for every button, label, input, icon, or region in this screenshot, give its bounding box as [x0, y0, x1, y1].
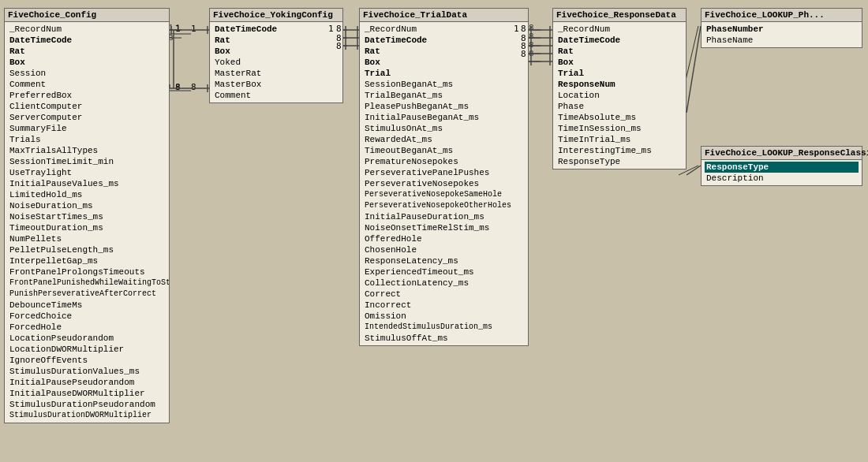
field-stimulusoffat: StimulusOffAt_ms: [363, 333, 525, 344]
table-header-trial: FiveChoice_TrialData: [360, 9, 528, 22]
field-prematurenosepokes: PrematureNosepokes: [363, 156, 525, 167]
field-chosenhole: ChosenHole: [363, 244, 525, 255]
cardinality-1b: 1: [191, 24, 196, 34]
cardinality-8e: 8: [336, 41, 342, 51]
field-frontpanelpunished: FrontPanelPunishedWhileWaitingToStart: [8, 278, 166, 289]
field-initialpausevalues: InitialPauseValues_ms: [8, 178, 166, 189]
table-responsedata: FiveChoice_ResponseData _RecordNum DateT…: [552, 8, 687, 170]
field-location: Location: [556, 90, 683, 101]
field-box-yoking: Box: [213, 46, 339, 57]
field-rat-trial: Rat: [363, 46, 525, 57]
field-rat-response: Rat: [556, 46, 683, 57]
field-noiseonsettime: NoiseOnsetTimeRelStim_ms: [363, 222, 525, 233]
field-recordnum-config: _RecordNum: [8, 24, 166, 35]
field-pleasepushbeganat: PleasePushBeganAt_ms: [363, 101, 525, 112]
table-header-config: FiveChoice_Config: [5, 9, 169, 22]
field-interestingtime: InterestingTime_ms: [556, 145, 683, 156]
field-omission: Omission: [363, 311, 525, 322]
field-timeintrial: TimeInTrial_ms: [556, 134, 683, 145]
field-stimdurationvalues: StimulusDurationValues_ms: [8, 366, 166, 377]
field-initialpausepseudo: InitialPausePseudorandom: [8, 377, 166, 388]
field-datetimecode-response: DateTimeCode: [556, 35, 683, 46]
field-stimdurationpseudo: StimulusDurationPseudorandom: [8, 399, 166, 410]
svg-line-35: [687, 166, 701, 175]
cardinality-1d: 1: [514, 24, 519, 34]
field-responsetype-response: ResponseType: [556, 156, 683, 167]
table-fivechoice-config: FiveChoice_Config _RecordNum DateTimeCod…: [4, 8, 170, 423]
field-sessiontimelimit: SessionTimeLimit_min: [8, 156, 166, 167]
field-timeoutduration: TimeoutDuration_ms: [8, 222, 166, 233]
field-timeoutbeganat: TimeoutBeganAt_ms: [363, 145, 525, 156]
table-lookup-responseclassif: FiveChoice_LOOKUP_ResponseClassif... Res…: [701, 146, 862, 186]
field-numpellets: NumPellets: [8, 233, 166, 244]
field-interpelletgap: InterpelletGap_ms: [8, 255, 166, 266]
field-datetimecode-config: DateTimeCode: [8, 35, 166, 46]
field-session-config: Session: [8, 68, 166, 79]
field-maxtrialsalltypes: MaxTrialsAllTypes: [8, 145, 166, 156]
field-comment-config: Comment: [8, 79, 166, 90]
rel-label-8i: 8: [529, 49, 534, 58]
field-collectionlatency: CollectionLatency_ms: [363, 278, 525, 289]
field-stimdurationdwor: StimulusDurationDWORMultiplier: [8, 410, 166, 421]
field-debouncetime: DebounceTimeMs: [8, 300, 166, 311]
cardinality-8a: 8: [175, 82, 181, 92]
field-box-response: Box: [556, 57, 683, 68]
table-fields-response: _RecordNum DateTimeCode Rat Box Trial Re…: [553, 22, 686, 169]
table-fields-lookup-ph: PhaseNumber PhaseName: [702, 22, 862, 47]
field-pelletpulselength: PelletPulseLength_ms: [8, 244, 166, 255]
field-persevnosepokesamhole: PerseverativeNosepokeSameHole: [363, 189, 525, 200]
field-yoked: Yoked: [213, 57, 339, 68]
field-incorrect: Incorrect: [363, 300, 525, 311]
field-description: Description: [705, 173, 859, 184]
field-clientcomputer: ClientComputer: [8, 101, 166, 112]
table-header-lookup-rc: FiveChoice_LOOKUP_ResponseClassif...: [702, 147, 862, 160]
field-limitedhold: LimitedHold_ms: [8, 189, 166, 200]
field-recordnum-trial: _RecordNum: [363, 24, 525, 35]
field-stimulusonat: StimulusOnAt_ms: [363, 123, 525, 134]
cardinality-1c: 1: [328, 24, 334, 34]
field-phase: Phase: [556, 101, 683, 112]
field-recordnum-response: _RecordNum: [556, 24, 683, 35]
field-initialpausedwor: InitialPauseDWORMultiplier: [8, 388, 166, 399]
field-trials: Trials: [8, 134, 166, 145]
table-fields-config: _RecordNum DateTimeCode Rat Box Session …: [5, 22, 169, 423]
field-servercomputer: ServerComputer: [8, 112, 166, 123]
field-rewardedat: RewardedAt_ms: [363, 134, 525, 145]
table-fields-trial: _RecordNum DateTimeCode Rat Box Trial Se…: [360, 22, 528, 345]
field-persevnosepokes: PerseverativeNosepokes: [363, 178, 525, 189]
table-fields-yoking: DateTimeCode Rat Box Yoked MasterRat Mas…: [210, 22, 342, 102]
field-datetimecode-trial: DateTimeCode: [363, 35, 525, 46]
field-persevnosepokeothread: PerseverativeNosepokeOtherHoles: [363, 200, 525, 211]
field-initialpauseduration: InitialPauseDuration_ms: [363, 211, 525, 222]
table-header-yoking: FiveChoice_YokingConfig: [210, 9, 342, 22]
field-trial-trial: Trial: [363, 68, 525, 79]
field-masterbox: MasterBox: [213, 79, 339, 90]
table-trialdata: FiveChoice_TrialData _RecordNum DateTime…: [359, 8, 529, 346]
field-trialbeganat: TrialBeganAt_ms: [363, 90, 525, 101]
svg-line-34: [687, 26, 701, 113]
field-box-trial: Box: [363, 57, 525, 68]
field-correct: Correct: [363, 289, 525, 300]
field-phasename: PhaseName: [705, 35, 859, 46]
field-noisestarttimes: NoiseStartTimes_ms: [8, 211, 166, 222]
table-fields-lookup-rc: ResponseType Description: [702, 160, 862, 185]
field-forcedchoice: ForcedChoice: [8, 311, 166, 322]
cardinality-8i: 8: [521, 49, 526, 59]
cardinality-8b: 8: [191, 82, 196, 92]
field-locationdwor: LocationDWORMultiplier: [8, 344, 166, 355]
field-timeabsolute: TimeAbsolute_ms: [556, 112, 683, 123]
field-preferredbox: PreferredBox: [8, 90, 166, 101]
field-forcedhole: ForcedHole: [8, 322, 166, 333]
field-masterrat: MasterRat: [213, 68, 339, 79]
field-timeinsession: TimeInSession_ms: [556, 123, 683, 134]
field-experiencedtimeout: ExperiencedTimeout_ms: [363, 266, 525, 278]
field-summaryfile: SummaryFile: [8, 123, 166, 134]
field-comment-yoking: Comment: [213, 90, 339, 101]
field-frontpanelprolongs: FrontPanelProlongsTimeouts: [8, 266, 166, 278]
field-punishpersev: PunishPerseverativeAfterCorrect: [8, 289, 166, 300]
field-ignoreoffevents: IgnoreOffEvents: [8, 355, 166, 366]
field-noiseduration: NoiseDuration_ms: [8, 200, 166, 211]
field-datetimecode-yoking: DateTimeCode: [213, 24, 339, 35]
field-usetraylight: UseTraylight: [8, 167, 166, 178]
field-sessionbeganat: SessionBeganAt_ms: [363, 79, 525, 90]
